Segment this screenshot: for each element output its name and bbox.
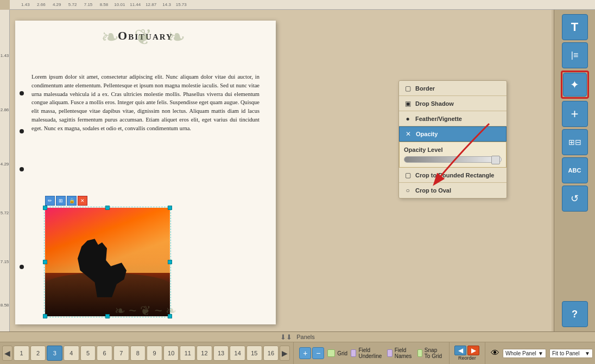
field-names-checkbox[interactable]: [387, 349, 393, 357]
ruler-left: 1.43 2.86 4.29 5.72 7.15 8.58: [0, 10, 10, 331]
separator3: [485, 342, 485, 364]
page-tab-15[interactable]: 15: [246, 346, 262, 361]
prev-page-btn[interactable]: ◀: [2, 346, 12, 361]
handle-tm[interactable]: [105, 206, 110, 210]
bullet-mark: [20, 129, 24, 133]
field-underline-label: Field Underline: [358, 347, 384, 359]
opacity-slider-track[interactable]: [404, 156, 502, 163]
effect-row-crop-rounded[interactable]: ▢ Crop to Rounded Rectangle: [399, 168, 507, 183]
page-tab-8[interactable]: 8: [130, 346, 146, 361]
opacity-slider-thumb[interactable]: [491, 156, 500, 164]
page-tab-10[interactable]: 10: [163, 346, 179, 361]
effect-row-drop-shadow[interactable]: ▣ Drop Shadow: [399, 96, 507, 111]
field-names-label: Field Names: [395, 347, 414, 359]
page-tab-7[interactable]: 7: [113, 346, 129, 361]
align-tool-btn[interactable]: |≡: [562, 42, 588, 68]
whole-panel-dropdown[interactable]: Whole Panel ▼: [503, 349, 546, 358]
remove-page-btn[interactable]: −: [312, 347, 324, 359]
page-tab-11[interactable]: 11: [180, 346, 195, 361]
reorder-left-btn[interactable]: ◀: [454, 346, 466, 355]
field-names-row[interactable]: Field Names: [387, 347, 414, 359]
image-copy-btn[interactable]: ⊞: [56, 196, 66, 206]
right-toolbar: T |≡ ✦ + ⊞⊟ ABC ↺ ?: [554, 10, 595, 331]
page-header: Obituary: [15, 21, 276, 46]
view-eye-btn[interactable]: 👁: [491, 347, 499, 359]
bottom-bar: ⬇⬇ Panels ◀ 1 2 3 4 5 6 7 8 9 10 11 12 1…: [0, 331, 595, 364]
crop-oval-icon: ○: [403, 186, 412, 195]
page-tab-2[interactable]: 2: [30, 346, 46, 361]
feather-icon: ●: [403, 114, 412, 123]
bullet-mark: [20, 91, 24, 95]
reorder-arrows: ◀ ▶: [454, 346, 479, 355]
fit-to-panel-dropdown[interactable]: Fit to Panel ▼: [549, 349, 593, 358]
snap-to-grid-checkbox[interactable]: [417, 349, 422, 357]
border-label: Border: [415, 85, 502, 92]
image-container[interactable]: ✏ ⊞ 🔒 ✕: [45, 208, 170, 316]
page-tab-14[interactable]: 14: [230, 346, 245, 361]
crop-rounded-icon: ▢: [403, 171, 412, 180]
page-tab-16[interactable]: 16: [263, 346, 279, 361]
image-edit-btn[interactable]: ✏: [45, 196, 55, 206]
magic-icon: ✦: [570, 78, 579, 91]
handle-bl[interactable]: [43, 314, 47, 318]
page-tab-9[interactable]: 9: [147, 346, 162, 361]
add-icon: +: [571, 106, 578, 122]
magic-tool-btn[interactable]: ✦: [563, 73, 587, 97]
rotate-btn[interactable]: ↺: [562, 186, 588, 212]
ruler-top: 1.43 2.66 4.29 5.72 7.15 8.58 10.01 11.4…: [10, 0, 595, 10]
separator: [293, 342, 294, 364]
fit-to-panel-label: Fit to Panel: [552, 350, 580, 356]
page-tab-12[interactable]: 12: [197, 346, 212, 361]
link-icon: ⊞⊟: [568, 138, 581, 146]
fit-to-panel-arrow: ▼: [585, 350, 590, 356]
image-delete-btn[interactable]: ✕: [78, 196, 87, 206]
effect-row-crop-oval[interactable]: ○ Crop to Oval: [399, 183, 507, 198]
effect-row-opacity[interactable]: ✕ Opacity: [399, 126, 507, 142]
grid-checkbox[interactable]: [327, 349, 335, 357]
panels-bar: ⬇⬇ Panels: [0, 332, 595, 342]
abc-icon: ABC: [568, 167, 581, 174]
field-underline-row[interactable]: Field Underline: [351, 347, 384, 359]
whole-panel-arrow: ▼: [538, 350, 543, 356]
bottom-right-controls: + − Grid Field Underline Field Names Sna: [299, 342, 593, 364]
bullet-mark: [20, 167, 24, 171]
effect-row-border[interactable]: ▢ Border: [399, 81, 507, 96]
opacity-sub-panel: Opacity Level: [399, 142, 507, 168]
panels-icon: ⬇⬇: [280, 333, 292, 341]
add-page-btn[interactable]: +: [299, 347, 311, 359]
image-lock-btn[interactable]: 🔒: [67, 196, 77, 206]
link-tool-btn[interactable]: ⊞⊟: [562, 129, 588, 155]
page-tab-3[interactable]: 3: [47, 346, 62, 361]
drop-shadow-icon: ▣: [403, 99, 412, 108]
magic-btn-wrapper: ✦: [561, 71, 589, 99]
next-page-btn[interactable]: ▶: [280, 346, 290, 361]
field-underline-checkbox[interactable]: [351, 349, 356, 357]
page-title: Obituary: [26, 29, 265, 43]
handle-br[interactable]: [168, 314, 172, 318]
grid-checkbox-row[interactable]: Grid: [327, 349, 347, 357]
border-icon: ▢: [403, 84, 412, 93]
reorder-group: ◀ ▶ Reorder: [454, 346, 479, 361]
page-tab-1[interactable]: 1: [14, 346, 29, 361]
snap-to-grid-row[interactable]: Snap To Grid: [417, 347, 444, 359]
handle-ml[interactable]: [43, 260, 47, 264]
page-tab-6[interactable]: 6: [97, 346, 112, 361]
help-btn[interactable]: ?: [562, 301, 588, 327]
bullet-mark: [20, 265, 24, 269]
effect-row-feather[interactable]: ● Feather/Vignette: [399, 111, 507, 126]
page-tab-13[interactable]: 13: [213, 346, 229, 361]
handle-tl[interactable]: [43, 206, 47, 210]
page-image: [45, 208, 170, 316]
crop-rounded-label: Crop to Rounded Rectangle: [415, 172, 502, 178]
rotate-icon: ↺: [571, 193, 579, 205]
handle-tr[interactable]: [168, 206, 172, 210]
handle-mr[interactable]: [168, 260, 172, 264]
add-tool-btn[interactable]: +: [562, 101, 588, 127]
grid-label: Grid: [337, 350, 347, 356]
reorder-right-btn[interactable]: ▶: [467, 346, 479, 355]
handle-bm[interactable]: [105, 314, 110, 318]
text-props-btn[interactable]: ABC: [562, 157, 588, 183]
page-tab-5[interactable]: 5: [80, 346, 96, 361]
page-tab-4[interactable]: 4: [64, 346, 79, 361]
text-tool-btn[interactable]: T: [562, 14, 588, 40]
